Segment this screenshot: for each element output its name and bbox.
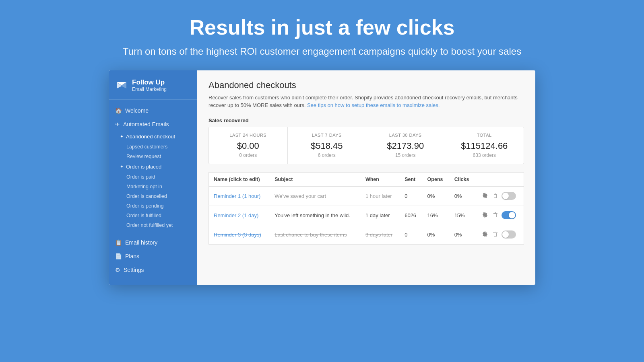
toggle-knob: [502, 193, 509, 199]
hero-subheading: Turn on tons of the highest ROI customer…: [123, 45, 521, 58]
email-clicks-cell: 0%: [450, 186, 476, 206]
gear-icon: [482, 192, 488, 199]
stats-label: Sales recovered: [208, 117, 524, 123]
abandoned-checkout-label: Abandoned checkout: [126, 134, 175, 140]
sidebar-item-order-cancelled[interactable]: Order is cancelled: [109, 191, 197, 201]
sidebar-item-automated-emails[interactable]: ✈ Automated Emails: [109, 117, 197, 131]
stat-24h-value: $0.00: [215, 141, 281, 151]
stat-30d-label: LAST 30 DAYS: [373, 133, 438, 138]
stat-total-value: $115124.66: [452, 141, 518, 151]
stats-grid: LAST 24 HOURS $0.00 0 orders LAST 7 DAYS…: [208, 127, 524, 164]
email-when: 3 days later: [365, 232, 392, 238]
stat-30d-value: $2173.90: [373, 141, 438, 151]
sidebar-item-order-pending[interactable]: Order is pending: [109, 201, 197, 211]
stat-7d-sub: 6 orders: [294, 152, 360, 158]
email-sent-cell: 0: [400, 186, 422, 206]
main-content: Abandoned checkouts Recover sales from c…: [197, 70, 535, 285]
email-opens-cell: 0%: [423, 225, 450, 244]
toggle-switch[interactable]: [502, 230, 516, 239]
email-subject-cell: We've saved your cart: [270, 186, 361, 206]
marketing-opt-in-label: Marketing opt in: [126, 184, 162, 189]
trash-icon: [492, 212, 499, 218]
sidebar-item-order-paid[interactable]: Order is paid: [109, 172, 197, 182]
stat-24h: LAST 24 HOURS $0.00 0 orders: [209, 127, 288, 164]
page-description: Recover sales from customers who didn't …: [208, 94, 524, 109]
gear-button[interactable]: [481, 210, 489, 220]
email-actions-cell: [476, 186, 524, 206]
sidebar-title: Follow Up: [132, 78, 167, 86]
email-name-link[interactable]: Reminder 2 (1 day): [214, 212, 258, 218]
stat-24h-sub: 0 orders: [215, 152, 281, 158]
email-subject: You've left something in the wild.: [275, 212, 350, 218]
stat-24h-label: LAST 24 HOURS: [215, 133, 281, 138]
gear-button[interactable]: [481, 191, 489, 201]
email-actions-cell: [476, 206, 524, 225]
sidebar-item-abandoned-checkout[interactable]: ✦ Abandoned checkout: [109, 131, 197, 142]
email-history-label: Email history: [125, 239, 157, 246]
order-not-fulfilled-label: Order not fulfilled yet: [126, 222, 173, 228]
email-actions-cell: [476, 225, 524, 244]
sidebar-item-settings[interactable]: ⚙ Settings: [109, 263, 197, 277]
col-opens: Opens: [423, 172, 450, 186]
hero-section: Results in just a few clicks Turn on ton…: [115, 0, 529, 70]
sidebar-item-email-history[interactable]: 📋 Email history: [109, 236, 197, 249]
sidebar-item-order-placed[interactable]: ✦ Order is placed: [109, 161, 197, 172]
toggle-switch[interactable]: [502, 211, 516, 219]
trash-button[interactable]: [491, 191, 500, 201]
sidebar-item-order-not-fulfilled[interactable]: Order not fulfilled yet: [109, 220, 197, 230]
toggle-knob: [509, 212, 515, 218]
order-placed-label: Order is placed: [126, 164, 161, 170]
col-subject: Subject: [270, 172, 361, 186]
sidebar: Follow Up Email Marketing 🏠 Welcome ✈ Au…: [109, 70, 197, 285]
review-request-label: Review request: [126, 154, 161, 159]
email-sent-cell: 6026: [400, 206, 422, 225]
col-actions: [476, 172, 524, 186]
hero-heading: Results in just a few clicks: [123, 16, 521, 39]
sidebar-item-lapsed-customers[interactable]: Lapsed customers: [109, 142, 197, 152]
toggle-switch[interactable]: [502, 192, 516, 200]
col-clicks: Clicks: [450, 172, 476, 186]
stat-7d-label: LAST 7 DAYS: [294, 133, 360, 138]
sidebar-item-review-request[interactable]: Review request: [109, 152, 197, 161]
email-clicks-cell: 0%: [450, 225, 476, 244]
history-icon: 📋: [115, 239, 122, 246]
logo-icon: [115, 79, 128, 92]
stat-30d-sub: 15 orders: [373, 152, 438, 158]
email-opens-cell: 16%: [423, 206, 450, 225]
email-name-link[interactable]: Reminder 1 (1 hour): [214, 193, 260, 199]
email-name-cell: Reminder 1 (1 hour): [209, 186, 270, 206]
email-name-link[interactable]: Reminder 3 (3 days): [214, 232, 261, 238]
email-when-cell: 1 hour later: [361, 186, 400, 206]
email-when-cell: 1 day later: [361, 206, 400, 225]
gear-icon: [482, 212, 488, 218]
trash-button[interactable]: [491, 230, 500, 240]
sidebar-item-welcome[interactable]: 🏠 Welcome: [109, 104, 197, 117]
settings-icon: ⚙: [115, 267, 120, 273]
settings-label: Settings: [124, 267, 144, 273]
sidebar-item-marketing-opt-in[interactable]: Marketing opt in: [109, 182, 197, 191]
lapsed-customers-label: Lapsed customers: [126, 144, 167, 150]
sidebar-subtitle: Email Marketing: [132, 86, 167, 92]
stat-total: TOTAL $115124.66 633 orders: [445, 127, 524, 164]
sidebar-item-order-fulfilled[interactable]: Order is fulfilled: [109, 211, 197, 220]
order-pending-label: Order is pending: [126, 203, 163, 209]
order-paid-label: Order is paid: [126, 174, 155, 180]
home-icon: 🏠: [115, 107, 122, 114]
email-when: 1 day later: [365, 212, 390, 218]
gear-button[interactable]: [481, 230, 489, 240]
stat-7d: LAST 7 DAYS $518.45 6 orders: [288, 127, 367, 164]
sidebar-welcome-label: Welcome: [125, 107, 149, 114]
setup-tips-link[interactable]: See tips on how to setup these emails to…: [307, 102, 440, 108]
email-opens-cell: 0%: [423, 186, 450, 206]
sidebar-item-plans[interactable]: 📄 Plans: [109, 249, 197, 263]
col-name: Name (click to edit): [209, 172, 270, 186]
sidebar-logo: Follow Up Email Marketing: [109, 70, 197, 100]
trash-button[interactable]: [491, 210, 500, 220]
col-sent: Sent: [400, 172, 422, 186]
email-when: 1 hour later: [365, 193, 392, 199]
stat-30d: LAST 30 DAYS $2173.90 15 orders: [366, 127, 445, 164]
email-name-cell: Reminder 2 (1 day): [209, 206, 270, 225]
plans-icon: 📄: [115, 253, 122, 259]
email-when-cell: 3 days later: [361, 225, 400, 244]
sidebar-automated-label: Automated Emails: [123, 121, 169, 128]
